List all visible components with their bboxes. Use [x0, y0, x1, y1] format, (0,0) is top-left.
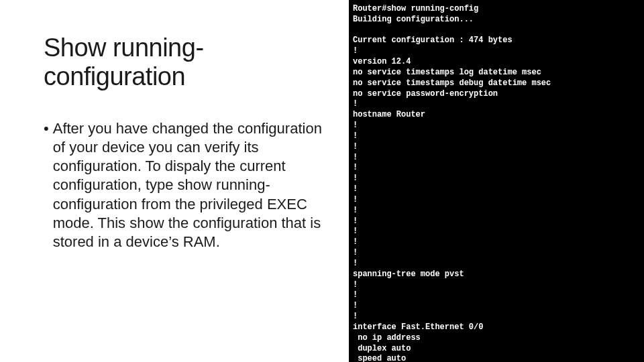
terminal-output: Router#show running-config Building conf…	[349, 0, 644, 362]
slide-title: Show running-configuration	[44, 34, 335, 91]
bullet-text: After you have changed the configuration…	[53, 119, 325, 251]
bullet-marker: •	[44, 119, 49, 251]
slide-text-pane: Show running-configuration • After you h…	[0, 0, 349, 362]
bullet-block: • After you have changed the configurati…	[44, 119, 325, 251]
